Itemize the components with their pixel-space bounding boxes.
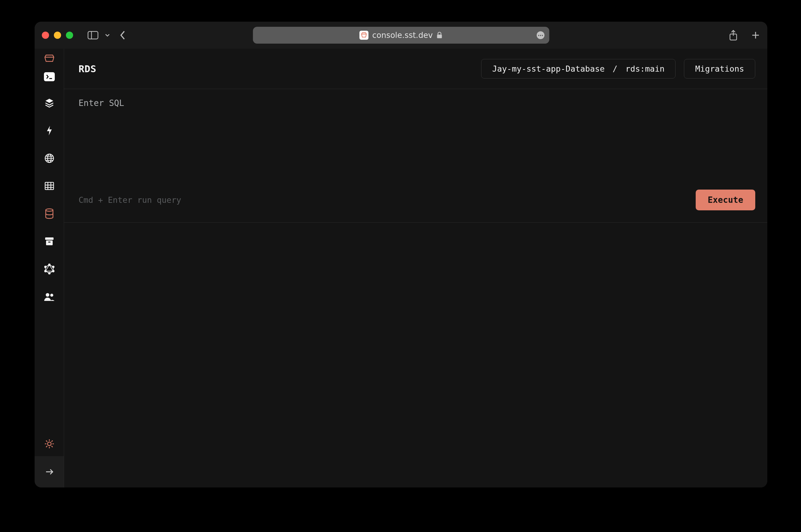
svg-rect-13 [46, 241, 53, 245]
arrow-right-icon [45, 468, 54, 475]
favicon-icon [360, 31, 368, 40]
graphql-icon [44, 264, 55, 274]
sql-editor-area: Cmd + Enter run query Execute [64, 89, 767, 223]
sidebar-item-local[interactable] [44, 72, 55, 81]
results-panel [64, 223, 767, 488]
sql-input[interactable] [64, 89, 767, 188]
sun-icon [44, 439, 55, 449]
sidebar-item-stacks[interactable] [43, 97, 55, 109]
svg-point-22 [50, 294, 53, 297]
svg-rect-12 [45, 238, 54, 240]
share-icon[interactable] [729, 30, 738, 41]
svg-point-20 [44, 266, 46, 268]
maximize-window-button[interactable] [66, 32, 73, 39]
db-stack-name: Jay-my-sst-app-Database [492, 64, 605, 73]
close-window-button[interactable] [42, 32, 49, 39]
migrations-button[interactable]: Migrations [684, 59, 755, 78]
minimize-window-button[interactable] [54, 32, 61, 39]
svg-point-11 [46, 209, 53, 211]
svg-point-21 [46, 293, 49, 297]
svg-rect-6 [45, 182, 54, 190]
chevron-down-icon[interactable] [105, 34, 110, 37]
svg-point-19 [44, 270, 46, 272]
sidebar-item-rds[interactable] [43, 208, 55, 220]
svg-point-15 [49, 264, 50, 266]
svg-rect-14 [48, 242, 51, 243]
page-header: RDS Jay-my-sst-app-Database / rds:main M… [64, 49, 767, 89]
sidebar-item-api[interactable] [43, 152, 55, 164]
sidebar-item-cognito[interactable] [43, 291, 55, 303]
page-title: RDS [78, 63, 96, 75]
reader-icon[interactable]: ⋯ [536, 31, 544, 39]
sidebar-toggle-icon[interactable] [88, 31, 98, 39]
titlebar: console.sst.dev ⋯ [35, 22, 767, 49]
address-text: console.sst.dev [372, 31, 433, 40]
database-selector-button[interactable]: Jay-my-sst-app-Database / rds:main [481, 59, 676, 78]
bolt-icon [46, 125, 53, 136]
table-icon [44, 182, 54, 190]
users-icon [44, 292, 55, 301]
svg-point-17 [52, 270, 54, 272]
sidebar-item-functions[interactable] [43, 125, 55, 137]
lock-icon [436, 32, 442, 39]
layers-icon [44, 98, 55, 108]
execute-button[interactable]: Execute [696, 190, 755, 210]
new-tab-icon[interactable] [751, 31, 760, 40]
theme-toggle[interactable] [44, 432, 55, 456]
svg-point-23 [47, 442, 51, 445]
sidebar [35, 49, 64, 488]
sidebar-item-buckets[interactable] [43, 235, 55, 247]
keyboard-hint: Cmd + Enter run query [78, 195, 181, 205]
archive-icon [44, 237, 54, 246]
browser-window: console.sst.dev ⋯ [35, 22, 767, 488]
sidebar-item-graphql[interactable] [43, 263, 55, 275]
address-bar[interactable]: console.sst.dev ⋯ [253, 27, 549, 44]
svg-rect-2 [437, 35, 442, 38]
svg-point-16 [52, 266, 54, 268]
globe-icon [44, 153, 55, 164]
window-controls [42, 32, 73, 39]
terminal-icon [45, 74, 53, 80]
database-icon [45, 208, 54, 219]
svg-point-18 [49, 272, 50, 274]
back-button[interactable] [119, 30, 126, 40]
main-panel: RDS Jay-my-sst-app-Database / rds:main M… [64, 49, 767, 488]
separator: / [608, 64, 623, 73]
sidebar-item-dynamodb[interactable] [43, 180, 55, 192]
sidebar-collapse-button[interactable] [35, 456, 64, 488]
svg-rect-0 [88, 32, 98, 39]
app-content: RDS Jay-my-sst-app-Database / rds:main M… [35, 49, 767, 488]
sst-logo-icon[interactable] [44, 54, 55, 63]
db-resource-name: rds:main [625, 64, 664, 73]
